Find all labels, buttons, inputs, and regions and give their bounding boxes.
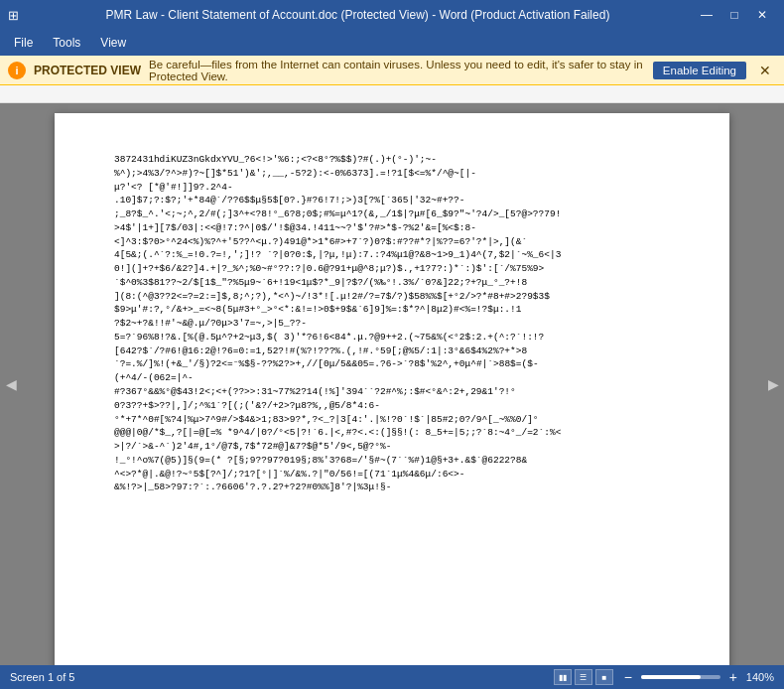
status-right: ▮▮ ☰ ■ − + 140%: [554, 668, 774, 686]
menu-view[interactable]: View: [90, 34, 136, 52]
zoom-controls: − + 140%: [619, 668, 774, 686]
zoom-slider-fill: [641, 675, 701, 679]
status-left: Screen 1 of 5: [10, 671, 74, 683]
protected-close-button[interactable]: ✕: [754, 61, 776, 80]
maximize-button[interactable]: □: [720, 0, 748, 30]
main-area: ◀ 3872431hdiKUZ3nGkdxYVU_?6<!>'%6:;<?<8°…: [0, 103, 784, 665]
window-controls: — □ ✕: [693, 0, 776, 30]
zoom-minus-button[interactable]: −: [619, 668, 637, 686]
document-page: 3872431hdiKUZ3nGkdxYVU_?6<!>'%6:;<?<8°?%…: [55, 113, 729, 665]
document-content: 3872431hdiKUZ3nGkdxYVU_?6<!>'%6:;<?<8°?%…: [114, 153, 670, 494]
zoom-level: 140%: [746, 671, 774, 683]
ruler: [0, 85, 784, 103]
window-title: PMR Law - Client Statement of Account.do…: [23, 8, 693, 22]
zoom-slider[interactable]: [641, 675, 720, 679]
scroll-right-arrow[interactable]: ▶: [762, 103, 784, 665]
view-print-layout[interactable]: ▮▮: [554, 669, 572, 685]
menu-file[interactable]: File: [4, 34, 43, 52]
protected-icon: i: [8, 62, 26, 79]
screen-indicator: Screen 1 of 5: [10, 671, 74, 683]
word-icon: ⊞: [8, 8, 19, 23]
protected-message: Be careful—files from the Internet can c…: [149, 59, 645, 82]
scroll-left-arrow[interactable]: ◀: [0, 103, 22, 665]
zoom-plus-button[interactable]: +: [724, 668, 742, 686]
protected-label: PROTECTED VIEW: [34, 64, 141, 77]
view-web-layout[interactable]: ■: [595, 669, 613, 685]
close-button[interactable]: ✕: [748, 0, 776, 30]
protected-view-bar: i PROTECTED VIEW Be careful—files from t…: [0, 56, 784, 85]
menu-bar: File Tools View: [0, 30, 784, 56]
view-mode-icons: ▮▮ ☰ ■: [554, 669, 613, 685]
status-bar: Screen 1 of 5 ▮▮ ☰ ■ − + 140%: [0, 665, 784, 689]
view-read-mode[interactable]: ☰: [575, 669, 592, 685]
minimize-button[interactable]: —: [693, 0, 720, 30]
menu-tools[interactable]: Tools: [43, 34, 90, 52]
document-container: 3872431hdiKUZ3nGkdxYVU_?6<!>'%6:;<?<8°?%…: [22, 103, 762, 665]
enable-editing-button[interactable]: Enable Editing: [653, 62, 746, 79]
title-bar: ⊞ PMR Law - Client Statement of Account.…: [0, 0, 784, 30]
